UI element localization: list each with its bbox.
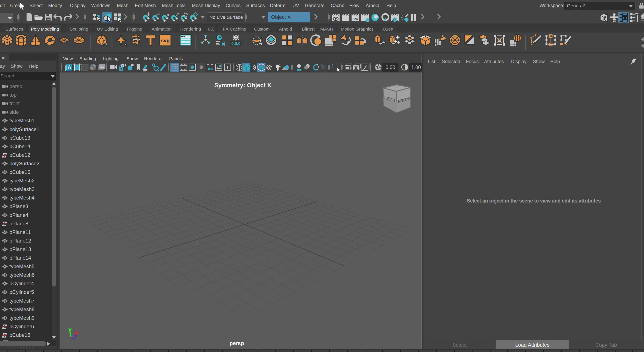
svg-text:0,0,0: 0,0,0 [232,41,240,46]
svg-text:IPR: IPR [352,17,358,21]
svg-text:y: y [68,326,72,333]
svg-text:T: T [226,65,229,70]
svg-text:x: x [383,16,386,22]
svg-text:svg: svg [161,38,170,43]
svg-text:A: A [68,65,71,70]
svg-text:z: z [74,333,77,340]
